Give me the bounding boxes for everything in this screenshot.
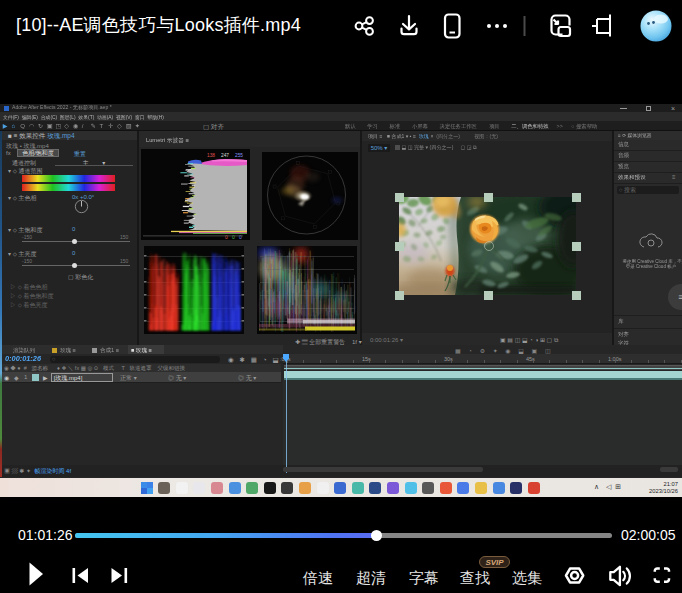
svg-text:255: 255 [235,153,243,158]
svg-text:0: 0 [239,234,242,240]
svg-text:0: 0 [232,234,235,240]
svg-text:247: 247 [221,153,229,158]
svg-text:0: 0 [225,234,228,240]
svg-text:138: 138 [207,153,215,158]
